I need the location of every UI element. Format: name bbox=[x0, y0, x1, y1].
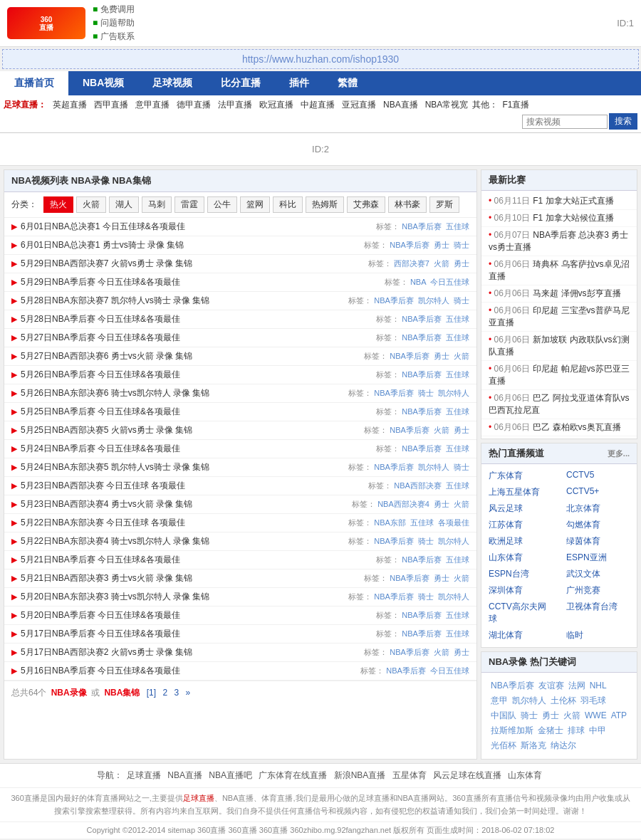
channel-link[interactable]: CCTV5 bbox=[566, 470, 594, 480]
tag-link[interactable]: 五佳球 bbox=[446, 629, 469, 638]
channel-link[interactable]: 广东体育 bbox=[489, 471, 523, 481]
tag-link[interactable]: 勇士 bbox=[434, 500, 449, 508]
tag-link[interactable]: NBA季后赛 bbox=[390, 426, 429, 434]
channel-link[interactable]: 深圳体育 bbox=[489, 585, 523, 595]
tag-link[interactable]: NBA季后赛 bbox=[402, 555, 442, 564]
tag-link[interactable]: NBA季后赛 bbox=[390, 648, 429, 656]
video-link[interactable]: 5月26日NBA东部决赛6 骑士vs凯尔特人 录像 集锦 bbox=[21, 388, 209, 398]
video-link[interactable]: 5月17日NBA季后赛 今日五佳球&各项最佳 bbox=[21, 629, 180, 639]
nav-item-nba[interactable]: NBA视频 bbox=[68, 71, 138, 95]
keyword-tag[interactable]: 排球 bbox=[568, 725, 585, 737]
tag-link[interactable]: 五佳球 bbox=[410, 518, 434, 527]
nba-collection-link[interactable]: NBA集锦 bbox=[104, 688, 140, 698]
tag-link[interactable]: NBA bbox=[410, 278, 426, 286]
tag-link[interactable]: 五佳球 bbox=[446, 444, 469, 453]
tag-link[interactable]: 火箭 bbox=[434, 426, 449, 434]
keyword-tag[interactable]: NHL bbox=[590, 681, 607, 691]
video-link[interactable]: 5月23日NBA西部决赛 今日五佳球 各项最佳 bbox=[21, 481, 185, 490]
page-next-link[interactable]: » bbox=[185, 688, 190, 698]
keyword-tag[interactable]: 中甲 bbox=[589, 725, 606, 737]
tag-link[interactable]: 凯尔特人 bbox=[418, 463, 449, 471]
video-link[interactable]: 5月28日NBA季后赛 今日五佳球&各项最佳 bbox=[21, 314, 180, 324]
tag-link[interactable]: NBA季后赛 bbox=[390, 241, 429, 249]
keyword-tag[interactable]: 勇士 bbox=[542, 710, 559, 722]
hot-channels-more[interactable]: 更多... bbox=[608, 448, 630, 459]
tag-link[interactable]: 火箭 bbox=[454, 352, 469, 360]
tag-link[interactable]: 勇士 bbox=[434, 352, 449, 360]
tag-link[interactable]: 五佳球 bbox=[446, 370, 469, 379]
footer-nav-link[interactable]: 五星体育 bbox=[392, 770, 427, 780]
tag-link[interactable]: 骑士 bbox=[418, 592, 434, 601]
video-link[interactable]: 5月27日NBA季后赛 今日五佳球&各项最佳 bbox=[21, 332, 180, 342]
channel-link[interactable]: 风云足球 bbox=[489, 503, 523, 513]
tag-link[interactable]: NBA季后赛 bbox=[402, 444, 442, 453]
cat-tag-1[interactable]: 火箭 bbox=[76, 196, 106, 213]
video-link[interactable]: 5月16日NBA季后赛 今日五佳球&各项最佳 bbox=[21, 666, 180, 676]
video-link[interactable]: 5月25日NBA季后赛 今日五佳球&各项最佳 bbox=[21, 406, 180, 416]
tag-link[interactable]: 骑士 bbox=[454, 241, 469, 249]
video-link[interactable]: 5月21日NBA季后赛 今日五佳球&各项最佳 bbox=[21, 555, 180, 565]
tag-link[interactable]: NBA西部决赛4 bbox=[377, 500, 429, 508]
tag-link[interactable]: NBA季后赛 bbox=[374, 389, 414, 397]
tag-link[interactable]: NBA季后赛 bbox=[402, 370, 442, 379]
cat-tag-9[interactable]: 艾弗森 bbox=[347, 196, 385, 213]
nav-item-soccer[interactable]: 足球视频 bbox=[138, 71, 207, 95]
cat-tag-7[interactable]: 科比 bbox=[273, 196, 303, 213]
keyword-tag[interactable]: 中国队 bbox=[491, 710, 516, 722]
tag-link[interactable]: NBA东部 bbox=[374, 518, 406, 527]
tag-link[interactable]: 勇士 bbox=[434, 574, 449, 582]
channel-link[interactable]: ESPN亚洲 bbox=[566, 552, 607, 562]
tag-link[interactable]: 火箭 bbox=[454, 574, 469, 582]
site-logo[interactable]: 360直播 bbox=[7, 7, 85, 39]
video-link[interactable]: 5月29日NBA季后赛 今日五佳球&各项最佳 bbox=[21, 277, 180, 287]
channel-link[interactable]: 绿茵体育 bbox=[566, 536, 600, 546]
free-link[interactable]: 免费调用 bbox=[93, 4, 135, 16]
tag-link[interactable]: 五佳球 bbox=[446, 555, 469, 564]
footer-nav-link[interactable]: 山东体育 bbox=[508, 770, 542, 780]
tag-link[interactable]: 各项最佳 bbox=[438, 518, 469, 527]
keyword-tag[interactable]: 意甲 bbox=[491, 695, 508, 707]
channel-link[interactable]: 广州竞赛 bbox=[566, 585, 600, 595]
cat-tag-3[interactable]: 马刺 bbox=[142, 196, 172, 213]
video-link[interactable]: 5月22日NBA东部决赛 今日五佳球 各项最佳 bbox=[21, 518, 185, 527]
keyword-tag[interactable]: 法网 bbox=[568, 680, 585, 692]
tag-link[interactable]: NBA季后赛 bbox=[390, 352, 429, 360]
tag-link[interactable]: 五佳球 bbox=[446, 315, 469, 323]
tag-link[interactable]: 骑士 bbox=[418, 389, 434, 397]
tag-link[interactable]: NBA季后赛 bbox=[374, 537, 414, 545]
tag-link[interactable]: NBA季后赛 bbox=[374, 463, 414, 471]
tag-link[interactable]: NBA西部决赛 bbox=[394, 481, 442, 490]
nav-item-traditional[interactable]: 繁體 bbox=[323, 71, 372, 95]
tag-link[interactable]: 五佳球 bbox=[446, 333, 469, 342]
cat-tag-6[interactable]: 篮网 bbox=[240, 196, 270, 213]
video-link[interactable]: 5月29日NBA西部决赛7 火箭vs勇士 录像 集锦 bbox=[21, 258, 192, 268]
nav-item-home[interactable]: 直播首页 bbox=[0, 71, 68, 95]
footer-nav-link[interactable]: NBA直播 bbox=[167, 770, 202, 780]
tag-link[interactable]: 凯尔特人 bbox=[438, 389, 469, 397]
video-link[interactable]: 5月23日NBA西部决赛4 勇士vs火箭 录像 集锦 bbox=[21, 499, 192, 509]
subnav-english[interactable]: 英超直播 bbox=[50, 98, 90, 112]
subnav-laliga[interactable]: 西甲直播 bbox=[91, 98, 131, 112]
footer-nav-link[interactable]: 足球直播 bbox=[127, 770, 161, 780]
tag-link[interactable]: 五佳球 bbox=[446, 481, 469, 490]
cat-tag-0[interactable]: 热火 bbox=[43, 196, 73, 213]
channel-link[interactable]: 湖北体育 bbox=[489, 630, 523, 640]
video-link[interactable]: 5月28日NBA东部决赛7 凯尔特人vs骑士 录像 集锦 bbox=[21, 295, 209, 305]
nav-item-score[interactable]: 比分直播 bbox=[207, 71, 275, 95]
channel-link[interactable]: 欧洲足球 bbox=[489, 536, 523, 546]
page-1-link[interactable]: [1] bbox=[147, 688, 156, 698]
tag-link[interactable]: NBA季后赛 bbox=[374, 296, 414, 305]
keyword-tag[interactable]: 羽毛球 bbox=[580, 695, 606, 707]
subnav-ligue1[interactable]: 法甲直播 bbox=[215, 98, 255, 112]
search-input[interactable] bbox=[522, 115, 608, 129]
video-link[interactable]: 5月26日NBA季后赛 今日五佳球&各项最佳 bbox=[21, 369, 180, 379]
tag-link[interactable]: 今日五佳球 bbox=[430, 666, 469, 675]
keyword-tag[interactable]: 斯洛克 bbox=[521, 740, 546, 752]
tag-link[interactable]: 勇士 bbox=[454, 648, 469, 656]
footer-nav-link[interactable]: NBA直播吧 bbox=[209, 770, 252, 780]
ad-link[interactable]: 广告联系 bbox=[93, 31, 135, 43]
tag-link[interactable]: 火箭 bbox=[454, 500, 469, 508]
tag-link[interactable]: NBA季后赛 bbox=[402, 407, 442, 416]
video-link[interactable]: 5月24日NBA东部决赛5 凯尔特人vs骑士 录像 集锦 bbox=[21, 462, 209, 472]
channel-link[interactable]: ESPN台湾 bbox=[489, 569, 529, 579]
